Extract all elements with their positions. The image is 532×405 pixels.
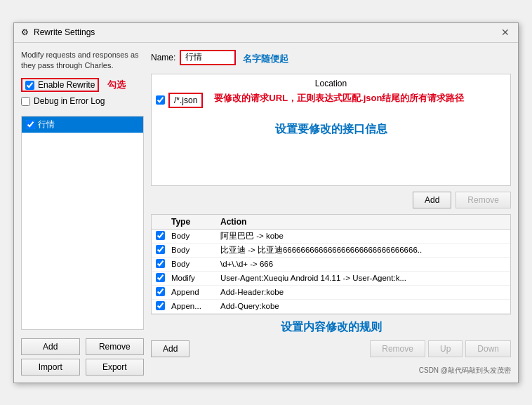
rules-annotation: 设置内容修改的规则 — [151, 320, 511, 335]
enable-rewrite-annotation: 勾选 — [107, 79, 126, 91]
table-row[interactable]: Body 阿里巴巴 -> kobe — [152, 230, 510, 244]
left-panel: Modify requests and responses as they pa… — [21, 50, 144, 376]
close-button[interactable]: ✕ — [498, 27, 512, 38]
interface-annotation: 设置要修改的接口信息 — [156, 122, 506, 137]
location-checkbox[interactable] — [156, 95, 165, 105]
name-row: Name: — [151, 50, 236, 65]
title-bar: ⚙ Rewrite Settings ✕ — [14, 23, 518, 43]
window-content: Modify requests and responses as they pa… — [14, 43, 518, 383]
rules-table: Type Action Body 阿里巴巴 -> kobe Body 比亚迪 -… — [151, 214, 511, 314]
debug-row: Debug in Error Log — [21, 96, 144, 106]
table-row[interactable]: Modify User-Agent:Xueqiu Android 14.11 -… — [152, 272, 510, 286]
rule-checkbox[interactable] — [26, 120, 35, 129]
rules-add-button[interactable]: Add — [151, 340, 189, 357]
rule-item[interactable]: 行情 — [22, 117, 143, 133]
col-action-header: Action — [220, 217, 506, 227]
enable-rewrite-checkbox[interactable] — [25, 81, 34, 90]
rule-name: 行情 — [38, 119, 55, 131]
location-header: Location — [156, 79, 506, 88]
location-url-annotation: 要修改的请求URL，正则表达式匹配.json结尾的所有请求路径 — [214, 93, 464, 105]
name-label: Name: — [151, 53, 175, 62]
add-remove-row: Add Remove — [21, 338, 144, 355]
import-export-row: Import Export — [21, 359, 144, 376]
location-add-button[interactable]: Add — [413, 192, 451, 208]
table-header: Type Action — [152, 215, 510, 230]
right-panel: Name: 名字随便起 Location /*.json 要修改的请求URL，正… — [151, 50, 511, 376]
remove-rule-button[interactable]: Remove — [86, 338, 145, 355]
window-title: Rewrite Settings — [34, 27, 498, 37]
description-text: Modify requests and responses as they pa… — [21, 50, 144, 72]
table-row[interactable]: Append Add-Header:kobe — [152, 286, 510, 300]
rule-list: 行情 — [21, 116, 144, 329]
location-remove-button[interactable]: Remove — [455, 192, 511, 208]
watermark: CSDN @敲代码敲到头发茂密 — [151, 366, 511, 376]
rules-up-button[interactable]: Up — [428, 340, 463, 357]
location-url: /*.json — [168, 93, 203, 108]
col-type-header: Type — [171, 217, 220, 227]
right-btn-group: Remove Up Down — [370, 340, 511, 357]
enable-rewrite-row: Enable Rewrite — [21, 78, 99, 92]
table-row[interactable]: Appen... Add-Query:kobe — [152, 300, 510, 314]
location-section: Location /*.json 要修改的请求URL，正则表达式匹配.json结… — [151, 74, 511, 186]
export-button[interactable]: Export — [86, 359, 145, 376]
name-annotation: 名字随便起 — [243, 53, 288, 65]
rules-remove-button[interactable]: Remove — [370, 340, 425, 357]
window-icon: ⚙ — [20, 27, 29, 37]
table-row[interactable]: Body \d+\.\d+ -> 666 — [152, 258, 510, 272]
location-item: /*.json — [156, 93, 203, 108]
mid-buttons: Add Remove — [151, 192, 511, 208]
bottom-buttons: Add Remove Import Export — [21, 338, 144, 376]
table-row[interactable]: Body 比亚迪 -> 比亚迪6666666666666666666666666… — [152, 244, 510, 258]
import-button[interactable]: Import — [21, 359, 80, 376]
name-input[interactable] — [180, 50, 236, 65]
add-rule-button[interactable]: Add — [21, 338, 80, 355]
enable-rewrite-label: Enable Rewrite — [38, 80, 95, 90]
rules-down-button[interactable]: Down — [465, 340, 511, 357]
debug-label: Debug in Error Log — [34, 96, 105, 106]
rewrite-settings-window: ⚙ Rewrite Settings ✕ Modify requests and… — [13, 22, 519, 383]
debug-checkbox[interactable] — [21, 97, 30, 106]
bottom-right-buttons: Add Remove Up Down — [151, 340, 511, 357]
col-check-header — [156, 217, 171, 227]
